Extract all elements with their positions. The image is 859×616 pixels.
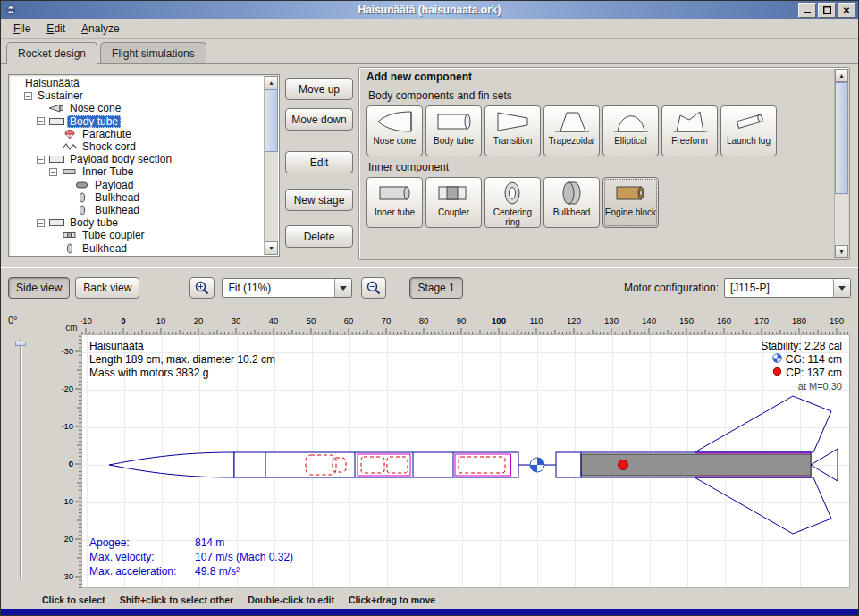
expand-toggle-icon[interactable]: – xyxy=(37,156,45,164)
svg-text:-10: -10 xyxy=(62,421,73,431)
window-menu-icon[interactable] xyxy=(4,4,17,16)
motor-configuration-select[interactable]: [J115-P] xyxy=(724,278,851,298)
tree-item-nose-cone[interactable]: Nose cone xyxy=(12,102,264,114)
flight-data: Apogee:814 mMax. velocity:107 m/s (Mach … xyxy=(89,536,293,578)
addpanel-scrollbar[interactable]: ▲ ▼ xyxy=(834,69,848,258)
expand-toggle-icon[interactable]: – xyxy=(49,168,57,176)
scroll-down-icon[interactable]: ▼ xyxy=(265,241,278,255)
tree-item-tube-coupler[interactable]: Tube coupler xyxy=(12,229,264,241)
trapezoidal-fin-icon xyxy=(552,108,592,135)
statusbar: Click to selectShift+click to select oth… xyxy=(1,590,859,610)
tree-actions: Move upMove downEditNew stageDelete xyxy=(285,78,353,248)
side-view-button[interactable]: Side view xyxy=(8,277,70,299)
menu-edit[interactable]: Edit xyxy=(39,21,72,37)
window-title: Haisunäätä (haisunaata.ork) xyxy=(1,4,858,16)
close-button[interactable]: ✕ xyxy=(838,3,855,18)
svg-text:10: 10 xyxy=(156,316,166,325)
add-component-title: Add new component xyxy=(366,71,472,83)
component-button-freeform[interactable]: Freeform xyxy=(661,105,718,156)
stability-value: Stability: 2.28 cal xyxy=(761,340,842,353)
tree-item-bulkhead[interactable]: Bulkhead xyxy=(12,241,264,254)
scroll-up-icon[interactable]: ▲ xyxy=(835,69,848,82)
component-button-nose-cone[interactable]: Nose cone xyxy=(366,105,423,156)
inner-tube-icon xyxy=(375,180,415,207)
bulkhead-icon xyxy=(72,192,92,203)
expand-toggle-icon[interactable]: – xyxy=(37,219,45,227)
move-up-button[interactable]: Move up xyxy=(285,78,353,100)
tree-item-bulkhead[interactable]: Bulkhead xyxy=(12,204,264,216)
scroll-down-icon[interactable]: ▼ xyxy=(835,245,848,258)
mach-note: at M=0.30 xyxy=(761,380,842,393)
status-hint: Click to select xyxy=(42,595,105,605)
expand-toggle-icon[interactable]: – xyxy=(24,92,32,100)
titlebar[interactable]: Haisunäätä (haisunaata.ork) ✕ xyxy=(1,1,858,19)
tree-item-body-tube[interactable]: –Body tube xyxy=(12,115,264,128)
slider-thumb[interactable] xyxy=(15,342,26,346)
component-button-centering-ring[interactable]: Centering ring xyxy=(484,177,541,228)
stage-1-toggle[interactable]: Stage 1 xyxy=(409,277,462,299)
chevron-down-icon[interactable] xyxy=(833,279,850,297)
scrollbar-thumb[interactable] xyxy=(835,82,848,194)
svg-text:0: 0 xyxy=(121,316,125,325)
component-tree: Haisunäätä–SustainerNose cone–Body tubeP… xyxy=(12,77,264,254)
component-button-transition[interactable]: Transition xyxy=(484,105,541,156)
svg-text:190: 190 xyxy=(830,316,844,325)
tree-scrollbar[interactable]: ▲ ▼ xyxy=(264,76,278,255)
tree-item-sustainer[interactable]: –Sustainer xyxy=(12,89,264,102)
elliptical-fin-icon xyxy=(611,108,651,135)
shock-cord-icon xyxy=(60,141,80,152)
body-tube-icon xyxy=(434,108,474,135)
rotation-slider[interactable] xyxy=(15,340,26,579)
component-button-bulkhead[interactable]: Bulkhead xyxy=(543,177,600,228)
zoom-out-button[interactable] xyxy=(361,277,386,299)
tree-item-body-tube[interactable]: –Body tube xyxy=(12,216,264,229)
flight-label: Max. velocity: xyxy=(89,550,195,564)
tree-item-payload[interactable]: Payload xyxy=(12,179,264,191)
edit-button[interactable]: Edit xyxy=(285,151,353,173)
component-button-elliptical[interactable]: Elliptical xyxy=(602,105,659,156)
svg-text:100: 100 xyxy=(492,316,506,325)
delete-button[interactable]: Delete xyxy=(285,225,353,248)
svg-text:150: 150 xyxy=(679,316,694,325)
menu-analyze[interactable]: Analyze xyxy=(74,21,127,37)
add-component-panel: Add new component Body components and fi… xyxy=(358,67,850,260)
ruler-unit-label: cm xyxy=(62,313,81,334)
flight-label: Max. acceleration: xyxy=(89,564,195,578)
nose-cone-icon xyxy=(47,103,67,114)
motor-configuration-value: [J115-P] xyxy=(725,282,833,294)
component-button-coupler[interactable]: Coupler xyxy=(425,177,482,228)
zoom-select[interactable]: Fit (11%) xyxy=(222,278,352,298)
scroll-up-icon[interactable]: ▲ xyxy=(265,76,278,89)
view-toolbar: Side view Back view Fit (11%) Stage 1 Mo… xyxy=(1,275,859,300)
tree-item-inner-tube[interactable]: –Inner Tube xyxy=(12,165,264,178)
back-view-button[interactable]: Back view xyxy=(75,277,139,299)
component-button-body-tube[interactable]: Body tube xyxy=(425,105,482,156)
status-hint: Shift+click to select other xyxy=(120,595,234,605)
component-button-launch-lug[interactable]: Launch lug xyxy=(720,105,777,156)
svg-text:-20: -20 xyxy=(62,384,73,393)
payload-icon xyxy=(72,180,92,190)
scrollbar-thumb[interactable] xyxy=(265,89,278,152)
menu-file[interactable]: File xyxy=(6,21,38,37)
svg-text:70: 70 xyxy=(382,316,392,325)
move-down-button[interactable]: Move down xyxy=(285,108,353,131)
component-button-engine-block[interactable]: Engine block xyxy=(602,177,659,228)
minimize-button[interactable] xyxy=(798,3,816,18)
zoom-in-button[interactable] xyxy=(189,277,215,299)
tab-flight-simulations[interactable]: Flight simulations xyxy=(100,42,206,63)
component-button-inner-tube[interactable]: Inner tube xyxy=(366,177,423,228)
tree-item-payload-body-section[interactable]: –Payload body section xyxy=(12,153,264,165)
svg-text:170: 170 xyxy=(754,316,769,325)
rocket-canvas[interactable]: Haisunäätä Length 189 cm, max. diameter … xyxy=(81,334,850,588)
new-stage-button[interactable]: New stage xyxy=(285,189,353,211)
tree-item-bulkhead[interactable]: Bulkhead xyxy=(12,191,264,204)
svg-text:0: 0 xyxy=(69,459,73,468)
tab-rocket-design[interactable]: Rocket design xyxy=(6,42,97,64)
component-button-trapezoidal[interactable]: Trapezoidal xyxy=(543,105,600,156)
tree-item-parachute[interactable]: Parachute xyxy=(12,128,264,140)
expand-toggle-icon[interactable]: – xyxy=(37,117,45,125)
chevron-down-icon[interactable] xyxy=(334,279,351,297)
maximize-button[interactable] xyxy=(818,3,836,18)
tree-item-shock-cord[interactable]: Shock cord xyxy=(12,140,264,153)
tree-item-haisun-t[interactable]: Haisunäätä xyxy=(12,77,264,89)
